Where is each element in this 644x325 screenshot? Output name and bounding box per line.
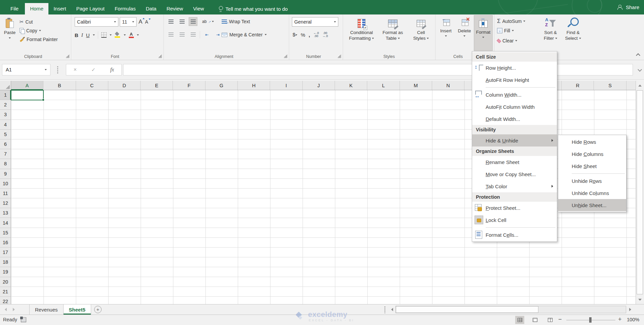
menu-item[interactable]: Unhide Sheet...	[558, 199, 626, 211]
dialog-launcher-icon[interactable]	[66, 55, 69, 58]
row-header[interactable]: 7	[0, 149, 11, 159]
font-size-select[interactable]: 11	[120, 17, 137, 27]
row-header[interactable]: 13	[0, 208, 11, 218]
dialog-launcher-icon[interactable]	[338, 55, 341, 58]
accounting-format-button[interactable]: $	[293, 32, 297, 38]
menu-item[interactable]: Rename Sheet	[472, 156, 557, 168]
normal-view-button[interactable]	[515, 316, 524, 324]
zoom-slider-thumb[interactable]	[589, 317, 592, 323]
column-header[interactable]: F	[173, 81, 205, 90]
orientation-button[interactable]: ab→	[202, 19, 214, 24]
menu-item[interactable]: Hide & Unhide	[472, 134, 557, 147]
dialog-launcher-icon[interactable]	[284, 55, 287, 58]
fill-color-icon[interactable]	[115, 32, 121, 38]
formula-bar-splitter[interactable]	[57, 66, 58, 73]
row-header[interactable]: 5	[0, 130, 11, 139]
column-header[interactable]: N	[432, 81, 464, 90]
column-header[interactable]: C	[76, 81, 108, 90]
row-header[interactable]: 21	[0, 287, 11, 297]
underline-button[interactable]: U	[86, 32, 90, 38]
number-format-select[interactable]: General	[292, 17, 338, 27]
row-header[interactable]: 9	[0, 169, 11, 179]
zoom-out-button[interactable]: −	[558, 316, 562, 323]
macro-record-icon[interactable]	[21, 317, 26, 322]
row-header[interactable]: 15	[0, 228, 11, 238]
page-layout-view-button[interactable]	[530, 316, 539, 324]
column-header[interactable]: L	[367, 81, 400, 90]
row-header[interactable]: 6	[0, 139, 11, 149]
grow-font-button[interactable]: A	[139, 19, 142, 25]
menu-item[interactable]: AutoFit Column Width	[472, 101, 557, 113]
next-sheet-icon[interactable]	[13, 308, 15, 311]
bold-button[interactable]: B	[75, 32, 78, 38]
row-header[interactable]: 3	[0, 110, 11, 120]
new-sheet-button[interactable]: +	[94, 306, 102, 313]
column-header[interactable]: S	[594, 81, 626, 90]
horizontal-scrollbar[interactable]	[395, 306, 626, 313]
column-header[interactable]: D	[108, 81, 141, 90]
row-header[interactable]: 2	[0, 100, 11, 110]
menu-item[interactable]: AutoFit Row Height	[472, 74, 557, 86]
underline-dropdown-icon[interactable]	[93, 34, 95, 36]
page-break-view-button[interactable]	[545, 316, 555, 324]
column-header[interactable]: J	[303, 81, 335, 90]
row-header[interactable]: 22	[0, 297, 11, 304]
cut-button[interactable]: ✂ Cut	[20, 18, 33, 26]
row-header[interactable]: 17	[0, 248, 11, 257]
scroll-down-button[interactable]	[636, 295, 644, 304]
enter-icon[interactable]: ✓	[91, 67, 96, 73]
horizontal-scrollbar-thumb[interactable]	[396, 306, 538, 313]
column-header[interactable]: I	[270, 81, 302, 90]
scroll-left-button[interactable]	[389, 306, 395, 313]
name-box-dropdown-icon[interactable]	[45, 69, 47, 70]
increase-indent-button[interactable]: ⇥	[214, 30, 222, 39]
conditional-formatting-button[interactable]: Conditional Formatting	[346, 15, 377, 51]
top-align-button[interactable]	[166, 17, 175, 26]
row-header[interactable]: 4	[0, 120, 11, 130]
row-header[interactable]: 16	[0, 238, 11, 248]
ribbon-tab[interactable]: Page Layout	[71, 3, 110, 14]
comma-style-button[interactable]: ,	[309, 32, 310, 38]
cell-styles-button[interactable]: Cell Styles	[409, 15, 433, 51]
ribbon-tab[interactable]: Insert	[48, 3, 71, 14]
row-header[interactable]: 14	[0, 218, 11, 228]
menu-item[interactable]: Hide Rows	[558, 136, 626, 148]
row-header[interactable]: 18	[0, 257, 11, 267]
vertical-scrollbar-thumb[interactable]	[637, 90, 643, 294]
menu-item[interactable]: Hide Columns	[558, 148, 626, 160]
menu-item[interactable]: Hide Sheet	[558, 160, 626, 172]
align-left-button[interactable]	[166, 30, 175, 39]
scroll-up-button[interactable]	[636, 81, 644, 90]
menu-item[interactable]: Unhide Columns	[558, 187, 626, 199]
menu-item[interactable]: Format Cells...	[472, 229, 557, 241]
column-header[interactable]: E	[141, 81, 173, 90]
menu-item[interactable]: Protect Sheet...	[472, 202, 557, 214]
increase-decimal-button[interactable]: ←.0.00	[313, 32, 319, 38]
ribbon-tab[interactable]: Data	[141, 3, 161, 14]
menu-item[interactable]: Tab Color	[472, 180, 557, 192]
row-header[interactable]: 20	[0, 277, 11, 287]
ribbon-tab[interactable]: Review	[161, 3, 188, 14]
merge-center-button[interactable]: Merge & Center	[222, 31, 267, 39]
tell-me-box[interactable]: Tell me what you want to do	[219, 3, 288, 14]
delete-cells-button[interactable]: Delete	[455, 15, 473, 51]
share-button[interactable]: Share	[617, 0, 639, 14]
row-header[interactable]: 1	[0, 90, 11, 100]
clear-button[interactable]: Clear	[497, 37, 517, 45]
menu-item[interactable]: Column Width...	[472, 89, 557, 101]
zoom-slider[interactable]	[566, 320, 615, 320]
sort-filter-button[interactable]: AZ Sort & Filter	[540, 15, 561, 51]
ribbon-tab[interactable]: Home	[25, 3, 48, 14]
decrease-indent-button[interactable]: ⇤	[202, 30, 211, 39]
cancel-icon[interactable]: ×	[74, 67, 77, 73]
vertical-scrollbar[interactable]	[636, 81, 644, 304]
ribbon-tab[interactable]: View	[188, 3, 209, 14]
decrease-decimal-button[interactable]: .00→.0	[322, 32, 328, 38]
font-color-icon[interactable]: A	[129, 32, 134, 38]
middle-align-button[interactable]	[178, 17, 186, 26]
expand-formula-bar-icon[interactable]	[638, 67, 642, 72]
row-header[interactable]: 11	[0, 189, 11, 198]
sheet-tab[interactable]: Sheet5	[64, 304, 91, 315]
column-header[interactable]: B	[43, 81, 76, 90]
dialog-launcher-icon[interactable]	[158, 55, 162, 58]
